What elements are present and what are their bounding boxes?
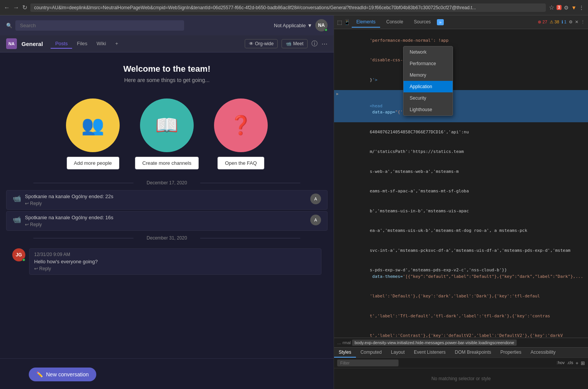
filter-input[interactable]: [337, 359, 399, 366]
meet-button[interactable]: 📹 Meet: [282, 39, 308, 48]
tab-posts[interactable]: Posts: [51, 39, 72, 49]
main-layout: 🔍 Not Applicable ▼ NA NA General Posts: [0, 15, 588, 389]
message-content-2: Spotkanie na kanale Ogólny ended: 16s ↩ …: [25, 215, 306, 227]
channel-avatar: NA: [6, 38, 17, 49]
code-line-head: ▶ <head data-app="{'sessionId':'0000000: [334, 90, 588, 123]
message-reply-2[interactable]: ↩ Reply: [25, 222, 306, 227]
settings-icon[interactable]: ⚙: [569, 20, 573, 25]
profile-label: Not Applicable: [274, 23, 306, 28]
welcome-section: Welcome to the team! Here are some thing…: [0, 53, 334, 91]
welcome-title: Welcome to the team!: [8, 64, 326, 74]
menu-item-application[interactable]: Application: [404, 81, 453, 92]
reload-icon[interactable]: ↻: [22, 4, 27, 11]
header-right: Not Applicable ▼ NA: [274, 19, 328, 31]
chat-timestamp: 12/31/20 9:09 AM: [34, 252, 316, 257]
video-icon-1: 📹: [13, 194, 21, 203]
online-status-dot: [324, 28, 328, 31]
code-line: t','label':'Contrast'},{'key':'defaultV2…: [334, 326, 588, 338]
channel-name: General: [21, 41, 43, 47]
forward-icon[interactable]: →: [13, 4, 19, 11]
illus-faq: ❓ Open the FAQ: [214, 98, 268, 169]
no-matching-text: No matching selector or style: [334, 368, 588, 389]
bottom-tab-computed[interactable]: Computed: [356, 348, 386, 358]
url-bar[interactable]: country=AU&lm=deeplink&lmsrc=NeutralHome…: [30, 3, 546, 12]
menu-item-lighthouse[interactable]: Lighthouse: [404, 104, 453, 115]
back-icon[interactable]: ←: [4, 4, 10, 11]
open-faq-button[interactable]: Open the FAQ: [217, 157, 264, 169]
bottom-tab-properties[interactable]: Properties: [496, 348, 526, 358]
bookmark-icon[interactable]: ▼: [571, 5, 576, 11]
code-line: }'>: [334, 70, 588, 90]
chat-body: 12/31/20 9:09 AM Hello how's everyone go…: [29, 248, 321, 275]
create-channels-button[interactable]: Create more channels: [135, 157, 199, 169]
menu-icon[interactable]: ⋮: [579, 5, 584, 11]
devtools-bottom-tabs: Styles Computed Layout Event Listeners D…: [334, 347, 588, 358]
menu-item-performance[interactable]: Performance: [404, 58, 453, 69]
avatar[interactable]: NA: [315, 19, 328, 31]
code-line: s-web-a','msteams-web-a','msteams-m: [334, 162, 588, 182]
bottom-tab-layout[interactable]: Layout: [386, 348, 409, 358]
close-icon[interactable]: ✕: [575, 20, 578, 25]
info-badge: ℹ 1: [562, 20, 567, 25]
status-highlight: body.exp-density-view.initialized.hide-m…: [352, 340, 516, 346]
code-line: 'label':'Default'},{'key':'dark','label'…: [334, 287, 588, 307]
illus-circle-yellow: 👥: [66, 98, 120, 152]
collapse-arrow[interactable]: ▶: [336, 91, 339, 97]
browser-chrome: ← → ↻ country=AU&lm=deeplink&lmsrc=Neutr…: [0, 0, 588, 15]
code-line: 'disable-css-animations': app.: [334, 51, 588, 71]
status-text: … rmal: [337, 340, 351, 345]
teams-panel: 🔍 Not Applicable ▼ NA NA General Posts: [0, 15, 334, 389]
star-icon[interactable]: ☆: [549, 4, 554, 11]
search-input[interactable]: [15, 20, 184, 31]
new-conversation-button[interactable]: ✏️ New conversation: [29, 368, 96, 381]
warning-badge: ⚠ 38: [550, 20, 559, 25]
more-devtools-icon[interactable]: ⋮: [581, 20, 585, 25]
browser-toolbar: ☆ 3 ⚙ ▼ ⋮: [549, 4, 584, 11]
illustration-row: 👥 Add more people 📖 Create more channels…: [0, 91, 334, 177]
more-options-icon[interactable]: ⋯: [321, 40, 328, 48]
org-wide-button[interactable]: 👁 Org-wide: [245, 39, 278, 48]
inspect-icon[interactable]: ⬚: [337, 19, 342, 25]
tab-files[interactable]: Files: [72, 39, 92, 49]
tab-wiki[interactable]: Wiki: [92, 39, 111, 49]
devtools-more-button[interactable]: »: [437, 19, 444, 25]
extension-badge[interactable]: 3: [557, 5, 562, 10]
bottom-tab-dom-breakpoints[interactable]: DOM Breakpoints: [450, 348, 496, 358]
menu-item-network[interactable]: Network: [404, 46, 453, 58]
tab-add[interactable]: +: [110, 39, 123, 49]
chat-message: JG 12/31/20 9:09 AM Hello how's everyone…: [6, 245, 328, 278]
search-bar: 🔍 Not Applicable ▼ NA: [0, 15, 334, 35]
menu-item-security[interactable]: Security: [404, 92, 453, 104]
code-line: svc-int-a','msteams-pcksvc-df-a','msteam…: [334, 241, 588, 261]
code-line: t','label':'Tfl-default','tfl-dark','lab…: [334, 306, 588, 326]
devtools-tab-sources[interactable]: Sources: [409, 17, 435, 28]
devtools-tab-console[interactable]: Console: [382, 17, 408, 28]
illus-circle-teal: 📖: [140, 98, 194, 152]
filter-actions: :hov .cls + ⊞: [557, 360, 585, 366]
code-line: s-pds-exp-sw-d','msteams-pds-exp-v2-c','…: [334, 261, 588, 287]
status-bar: … rmal body.exp-density-view.initialized…: [334, 338, 588, 347]
illus-add-people: 👥 Add more people: [66, 98, 120, 169]
code-line: b','msteams-uis-in-b','msteams-uis-apac: [334, 201, 588, 221]
cls-button[interactable]: .cls: [567, 360, 573, 366]
code-line: 6404076214054858C7066E77DCD16','api':nu: [334, 122, 588, 142]
bottom-tab-accessibility[interactable]: Accessibility: [526, 348, 560, 358]
chevron-down-icon: ▼: [307, 23, 312, 28]
message-reply-1[interactable]: ↩ Reply: [25, 201, 306, 206]
hov-button[interactable]: :hov: [557, 360, 565, 366]
info-icon[interactable]: ⓘ: [311, 40, 318, 48]
layout-icon[interactable]: ⊞: [581, 360, 585, 366]
content-area: Welcome to the team! Here are some thing…: [0, 53, 334, 358]
devtools-tab-elements[interactable]: Elements: [352, 17, 380, 28]
profile-dropdown[interactable]: Not Applicable ▼: [274, 23, 312, 28]
device-icon[interactable]: 📱: [344, 19, 350, 25]
add-people-button[interactable]: Add more people: [67, 157, 119, 169]
menu-item-memory[interactable]: Memory: [404, 69, 453, 81]
bottom-tab-styles[interactable]: Styles: [334, 348, 356, 358]
message-item-2: 📹 Spotkanie na kanale Ogólny ended: 16s …: [6, 211, 328, 231]
add-style-button[interactable]: +: [575, 360, 578, 366]
puzzle-icon[interactable]: ⚙: [564, 5, 569, 11]
code-area: 'performance-mode-normal': !app 'disable…: [334, 29, 588, 338]
bottom-tab-event-listeners[interactable]: Event Listeners: [409, 348, 450, 358]
chat-reply[interactable]: ↩ Reply: [34, 266, 316, 271]
